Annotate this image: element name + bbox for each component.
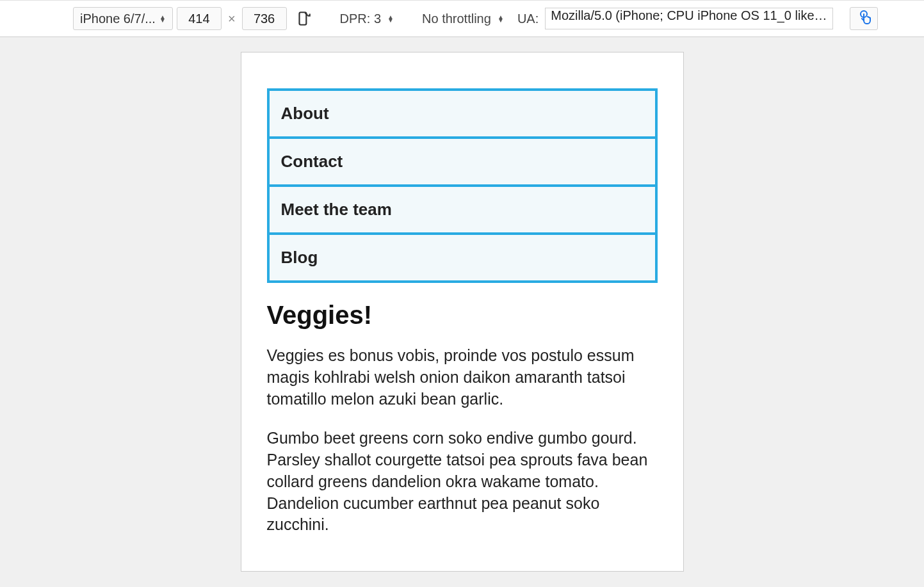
nav-item-label: Contact <box>281 152 343 171</box>
dpr-label: DPR: 3 <box>340 12 384 26</box>
touch-icon <box>856 10 871 28</box>
throttling-select[interactable]: No throttling <box>415 7 511 30</box>
device-workspace: About Contact Meet the team Blog Veggies… <box>0 37 924 587</box>
page-title: Veggies! <box>267 301 658 330</box>
nav-item-label: Meet the team <box>281 200 392 219</box>
throttling-label: No throttling <box>422 12 494 26</box>
nav-item-label: Blog <box>281 248 318 267</box>
device-select[interactable]: iPhone 6/7/... <box>73 7 173 30</box>
nav-item-contact[interactable]: Contact <box>267 136 658 187</box>
nav-item-about[interactable]: About <box>267 88 658 139</box>
viewport-width-input[interactable]: 414 <box>177 7 222 30</box>
content-paragraph: Veggies es bonus vobis, proinde vos post… <box>267 345 658 410</box>
ua-label: UA: <box>517 12 541 26</box>
viewport-height-value: 736 <box>254 12 275 26</box>
dimension-separator: × <box>225 12 238 26</box>
svg-rect-0 <box>299 12 306 25</box>
viewport-width-value: 414 <box>188 12 209 26</box>
content-paragraph: Gumbo beet greens corn soko endive gumbo… <box>267 428 658 536</box>
dpr-select[interactable]: DPR: 3 <box>333 7 401 30</box>
nav-item-blog[interactable]: Blog <box>267 232 658 283</box>
user-agent-input[interactable]: Mozilla/5.0 (iPhone; CPU iPhone OS 11_0 … <box>545 8 833 29</box>
toggle-touch-button[interactable] <box>850 7 878 30</box>
site-nav: About Contact Meet the team Blog <box>267 88 658 283</box>
nav-item-label: About <box>281 104 329 123</box>
rotate-icon <box>295 10 312 27</box>
dropdown-icon <box>159 15 166 22</box>
rotate-button[interactable] <box>291 7 316 30</box>
device-select-label: iPhone 6/7/... <box>80 12 156 26</box>
device-toolbar: iPhone 6/7/... 414 × 736 DPR: 3 No throt… <box>0 0 924 37</box>
dropdown-icon <box>387 15 394 22</box>
viewport-height-input[interactable]: 736 <box>242 7 287 30</box>
device-viewport: About Contact Meet the team Blog Veggies… <box>241 52 683 571</box>
user-agent-value: Mozilla/5.0 (iPhone; CPU iPhone OS 11_0 … <box>551 8 833 22</box>
page-scroll-area[interactable]: About Contact Meet the team Blog Veggies… <box>241 52 683 571</box>
nav-item-meet-the-team[interactable]: Meet the team <box>267 184 658 235</box>
dropdown-icon <box>498 15 504 22</box>
